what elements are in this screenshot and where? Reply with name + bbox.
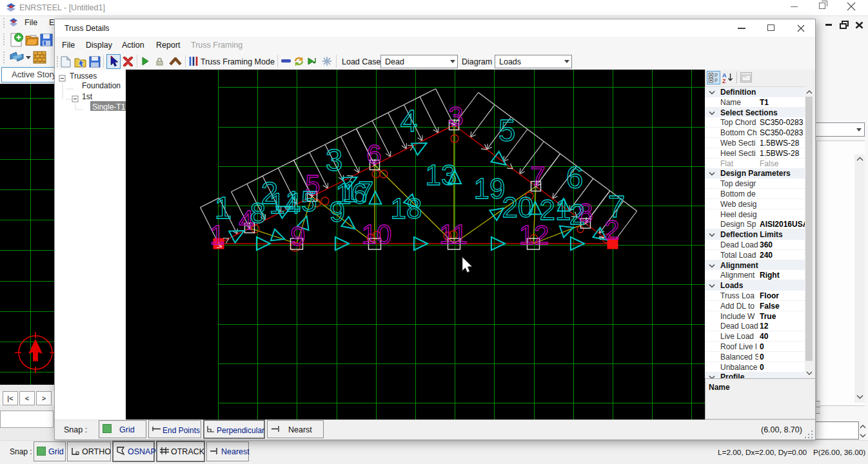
- svg-text:1: 1: [215, 191, 232, 225]
- svg-text:7: 7: [608, 189, 626, 224]
- svg-text:6: 6: [566, 160, 584, 195]
- svg-text:Z: Z: [722, 78, 726, 84]
- svg-text:13: 13: [426, 159, 457, 191]
- svg-text:17: 17: [342, 176, 374, 208]
- svg-text:4: 4: [400, 104, 418, 138]
- svg-text:7: 7: [530, 161, 545, 191]
- svg-text:6: 6: [366, 139, 381, 169]
- svg-text:2: 2: [569, 198, 585, 230]
- svg-text:15: 15: [286, 186, 317, 217]
- svg-text:9: 9: [290, 221, 305, 251]
- svg-text:21: 21: [540, 194, 571, 226]
- svg-text:11: 11: [439, 219, 468, 249]
- svg-text:3: 3: [326, 143, 343, 177]
- svg-text:10: 10: [362, 219, 392, 249]
- svg-text:3: 3: [448, 101, 463, 131]
- svg-text:18: 18: [391, 193, 422, 224]
- svg-text:5: 5: [498, 113, 516, 148]
- svg-text:8: 8: [250, 197, 266, 229]
- svg-text:19: 19: [474, 173, 506, 204]
- svg-text:20: 20: [502, 191, 534, 223]
